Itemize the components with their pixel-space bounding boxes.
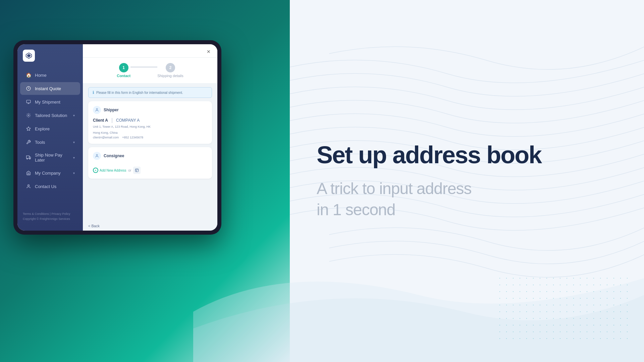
add-icon: +	[93, 168, 98, 173]
svg-point-8	[29, 158, 30, 159]
sidebar-item-label: Instant Quote	[35, 86, 61, 91]
svg-rect-12	[136, 169, 139, 172]
svg-marker-1	[27, 54, 31, 57]
consignee-card: Consignee + Add New Address or	[88, 147, 212, 179]
company-name: COMPANY A	[116, 118, 140, 123]
chevron-icon: ▾	[73, 140, 75, 144]
step-1-circle: 1	[119, 63, 128, 72]
sidebar-item-instant-quote[interactable]: Instant Quote	[20, 82, 80, 95]
sidebar-item-explore[interactable]: Explore	[20, 122, 80, 135]
tailored-solution-icon	[25, 112, 32, 118]
svg-point-7	[27, 158, 28, 159]
sidebar-item-label: Tools	[35, 140, 45, 145]
sidebar-footer: Terms & Conditions | Privacy Policy Copy…	[17, 207, 83, 225]
shipper-card-header: Shipper	[93, 106, 207, 114]
info-banner-text: Please fill in this form in English for …	[96, 91, 183, 95]
add-address-button[interactable]: + Add New Address	[93, 168, 126, 173]
sidebar-logo	[17, 50, 83, 68]
chevron-icon: ▾	[73, 171, 75, 175]
main-headline: Set up address book	[317, 142, 617, 168]
shipper-icon	[93, 106, 101, 114]
svg-point-10	[96, 109, 98, 110]
svg-marker-5	[26, 127, 31, 130]
stepper: 1 Contact 2 Shipping details	[83, 58, 217, 83]
shipper-address-line2: Hong Kong, China	[93, 131, 207, 135]
sidebar-item-tools[interactable]: Tools ▾	[20, 136, 80, 148]
step-2-label: Shipping details	[157, 74, 183, 78]
back-label: < Back	[88, 224, 100, 228]
client-name: Client A	[93, 118, 108, 123]
info-banner: ℹ Please fill in this form in English fo…	[88, 87, 212, 98]
sidebar-item-contact-us[interactable]: Contact Us	[20, 180, 80, 193]
sidebar-navigation: 🏠 Home Instant Quote	[17, 68, 83, 207]
logo-icon	[23, 50, 35, 62]
import-button[interactable]	[133, 167, 141, 174]
sidebar-item-home[interactable]: 🏠 Home	[20, 69, 80, 81]
tablet-device: ✕ 🏠 Home	[13, 40, 221, 235]
form-area: ℹ Please fill in this form in English fo…	[83, 83, 217, 221]
my-company-icon	[25, 170, 32, 176]
add-address-label: Add New Address	[100, 169, 126, 172]
copyright-text: Copyright © FreightAmigo Services	[23, 217, 77, 221]
top-bar	[83, 44, 217, 58]
info-icon: ℹ	[93, 90, 94, 95]
instant-quote-icon	[25, 85, 32, 92]
sidebar-item-label: Contact Us	[35, 184, 56, 189]
privacy-link[interactable]: Privacy Policy	[51, 212, 70, 216]
sidebar-item-label: Tailored Solution	[35, 113, 67, 118]
svg-point-11	[96, 155, 98, 156]
tablet-container: ✕ 🏠 Home	[13, 40, 221, 235]
sidebar-item-tailored-solution[interactable]: Tailored Solution ▾	[20, 109, 80, 122]
svg-point-4	[28, 115, 29, 116]
sidebar-item-my-company[interactable]: My Company ▾	[20, 167, 80, 179]
chevron-icon: ▾	[73, 156, 75, 160]
terms-link[interactable]: Terms & Conditions	[23, 212, 49, 216]
tools-icon	[25, 139, 32, 145]
home-icon: 🏠	[25, 72, 32, 78]
consignee-card-header: Consignee	[93, 152, 207, 160]
shipper-email: clientA@email.com	[93, 136, 119, 139]
close-button[interactable]: ✕	[205, 48, 212, 55]
step-2-circle: 2	[166, 63, 175, 72]
svg-rect-6	[26, 156, 30, 159]
sidebar-item-label: Ship Now Pay Later	[35, 153, 70, 163]
explore-icon	[25, 126, 32, 132]
ship-now-icon	[25, 155, 32, 161]
add-address-row: + Add New Address or	[93, 167, 207, 174]
shipper-title: Shipper	[104, 108, 119, 112]
step-connector	[130, 67, 157, 67]
shipper-address-line1: Unit 1, Tower A, 123 Road, Hong Kong, HK	[93, 125, 207, 129]
shipper-contact: clientA@email.com +852 12345678	[93, 136, 207, 139]
svg-rect-3	[26, 100, 31, 103]
sidebar-item-label: My Shipment	[35, 100, 60, 105]
main-content: 1 Contact 2 Shipping details	[83, 44, 217, 231]
step-1-label: Contact	[117, 74, 130, 78]
back-button[interactable]: < Back	[83, 221, 217, 231]
sidebar-item-label: Home	[35, 73, 47, 78]
svg-point-9	[28, 185, 30, 186]
sidebar-item-my-shipment[interactable]: My Shipment	[20, 96, 80, 108]
contact-us-icon	[25, 183, 32, 189]
sidebar-item-label: Explore	[35, 126, 50, 131]
shipper-details: Client A | COMPANY A Unit 1, Tower A, 12…	[93, 117, 207, 139]
or-text: or	[128, 169, 131, 172]
step-2: 2 Shipping details	[157, 63, 183, 78]
sub-headline: A trick to input address in 1 second	[317, 178, 617, 220]
shipper-phone: +852 12345678	[122, 136, 143, 139]
sidebar-item-ship-now-pay-later[interactable]: Ship Now Pay Later ▾	[20, 149, 80, 166]
sidebar: 🏠 Home Instant Quote	[17, 44, 83, 231]
consignee-title: Consignee	[104, 154, 124, 158]
tablet-screen: ✕ 🏠 Home	[17, 44, 217, 231]
shipper-card: Shipper Client A | COMPANY A Unit 1, Tow…	[88, 101, 212, 144]
chevron-icon: ▾	[73, 114, 75, 117]
consignee-icon	[93, 152, 101, 160]
sidebar-item-label: My Company	[35, 171, 61, 176]
step-1: 1 Contact	[117, 63, 130, 78]
my-shipment-icon	[25, 99, 32, 105]
right-panel: Set up address book A trick to input add…	[290, 0, 644, 362]
